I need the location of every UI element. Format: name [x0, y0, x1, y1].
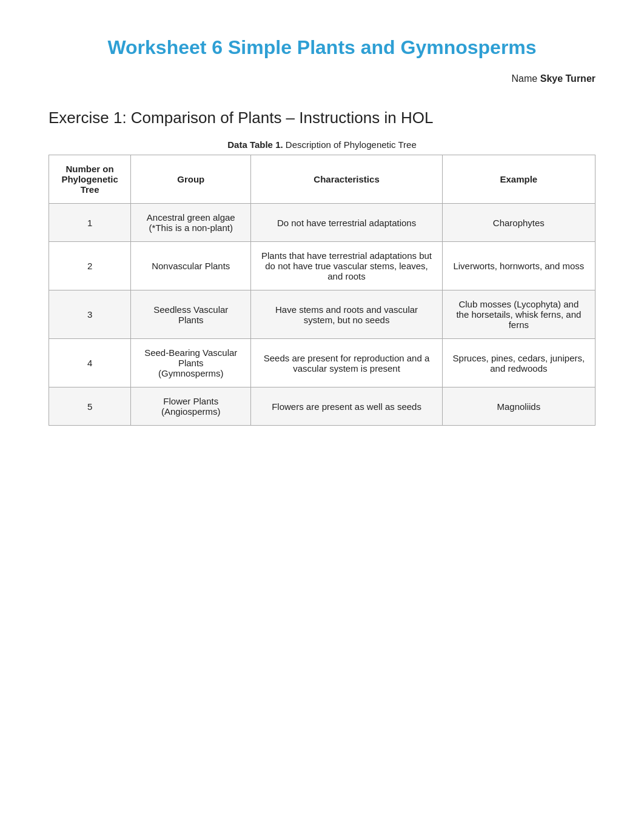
cell-number: 3	[49, 290, 131, 339]
header-group: Group	[131, 155, 251, 204]
cell-group: Ancestral green algae (*This is a non-pl…	[131, 204, 251, 242]
table-header-row: Number on Phylogenetic Tree Group Charac…	[49, 155, 595, 204]
table-row: 3Seedless Vascular PlantsHave stems and …	[49, 290, 595, 339]
table-row: 4Seed-Bearing Vascular Plants (Gymnosper…	[49, 339, 595, 387]
table-row: 1Ancestral green algae (*This is a non-p…	[49, 204, 595, 242]
cell-characteristics: Seeds are present for reproduction and a…	[251, 339, 442, 387]
cell-number: 5	[49, 387, 131, 426]
cell-example: Spruces, pines, cedars, junipers, and re…	[442, 339, 595, 387]
cell-characteristics: Do not have terrestrial adaptations	[251, 204, 442, 242]
cell-group: Nonvascular Plants	[131, 242, 251, 290]
cell-example: Charophytes	[442, 204, 595, 242]
table-row: 2Nonvascular PlantsPlants that have terr…	[49, 242, 595, 290]
cell-example: Magnoliids	[442, 387, 595, 426]
exercise-title: Exercise 1: Comparison of Plants – Instr…	[49, 109, 595, 127]
table-row: 5Flower Plants (Angiosperms)Flowers are …	[49, 387, 595, 426]
name-line: Name Skye Turner	[49, 73, 595, 84]
cell-group: Flower Plants (Angiosperms)	[131, 387, 251, 426]
name-label: Name	[512, 73, 538, 84]
cell-characteristics: Plants that have terrestrial adaptations…	[251, 242, 442, 290]
cell-example: Club mosses (Lycophyta) and the horsetai…	[442, 290, 595, 339]
cell-number: 4	[49, 339, 131, 387]
header-example: Example	[442, 155, 595, 204]
header-number: Number on Phylogenetic Tree	[49, 155, 131, 204]
header-characteristics: Characteristics	[251, 155, 442, 204]
cell-group: Seed-Bearing Vascular Plants (Gymnosperm…	[131, 339, 251, 387]
data-table: Number on Phylogenetic Tree Group Charac…	[49, 155, 595, 426]
page-title: Worksheet 6 Simple Plants and Gymnosperm…	[49, 36, 595, 59]
cell-characteristics: Have stems and roots and vascular system…	[251, 290, 442, 339]
cell-example: Liverworts, hornworts, and moss	[442, 242, 595, 290]
table-caption-bold: Data Table 1.	[227, 139, 283, 150]
table-caption-rest: Description of Phylogenetic Tree	[283, 139, 417, 150]
cell-number: 1	[49, 204, 131, 242]
table-caption: Data Table 1. Description of Phylogeneti…	[49, 139, 595, 150]
cell-group: Seedless Vascular Plants	[131, 290, 251, 339]
cell-characteristics: Flowers are present as well as seeds	[251, 387, 442, 426]
cell-number: 2	[49, 242, 131, 290]
name-value: Skye Turner	[540, 73, 595, 84]
